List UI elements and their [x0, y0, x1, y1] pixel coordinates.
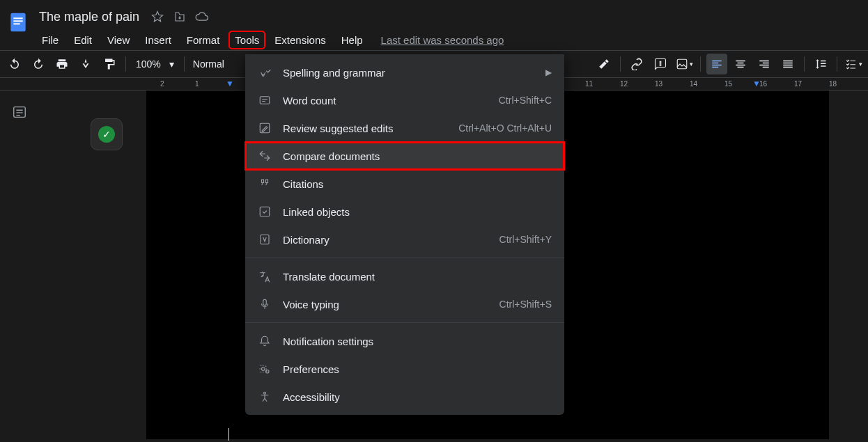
last-edit-link[interactable]: Last edit was seconds ago	[381, 34, 504, 46]
document-title[interactable]: The maple of pain	[36, 10, 142, 24]
menu-file[interactable]: File	[36, 31, 64, 49]
menu-dictionary[interactable]: Dictionary Ctrl+Shift+Y	[245, 226, 564, 253]
star-icon[interactable]	[150, 10, 164, 24]
svg-rect-8	[260, 207, 270, 216]
separator	[125, 56, 126, 72]
separator	[620, 56, 621, 72]
menu-label: Accessibility	[283, 391, 552, 403]
separator	[245, 258, 564, 258]
menu-label: Compare documents	[283, 150, 552, 162]
docs-logo[interactable]	[6, 7, 31, 38]
menu-notification[interactable]: Notification settings	[245, 327, 564, 355]
menu-shortcut: Ctrl+Shift+Y	[499, 234, 552, 245]
ruler-tick: 14	[690, 80, 697, 88]
menu-label: Word count	[283, 95, 488, 106]
svg-rect-10	[263, 299, 267, 305]
menu-shortcut: Ctrl+Shift+S	[499, 299, 552, 310]
ruler-tick: 16	[759, 80, 767, 88]
align-center-button[interactable]	[730, 54, 751, 74]
spellcheck-button[interactable]	[75, 54, 96, 74]
text-cursor	[228, 428, 229, 441]
menu-linked[interactable]: Linked objects	[245, 198, 564, 226]
review-icon	[258, 122, 272, 134]
menu-help[interactable]: Help	[336, 31, 369, 49]
menu-accessibility[interactable]: Accessibility	[245, 383, 564, 411]
menu-label: Dictionary	[283, 234, 488, 246]
svg-rect-9	[261, 235, 269, 244]
menu-label: Linked objects	[283, 206, 552, 218]
menu-citations[interactable]: Citations	[245, 170, 564, 198]
highlighter-button[interactable]	[594, 54, 614, 74]
translate-icon	[258, 270, 272, 283]
link-button[interactable]	[626, 54, 647, 74]
separator	[837, 56, 837, 72]
ruler-tick: 11	[585, 80, 593, 88]
paint-format-button[interactable]	[99, 54, 120, 74]
tools-dropdown: Spelling and grammar ▶ Word count Ctrl+S…	[245, 54, 564, 415]
checklist-button[interactable]: ▾	[843, 54, 864, 74]
menu-voice[interactable]: Voice typing Ctrl+Shift+S	[245, 290, 564, 318]
accessibility-icon	[258, 390, 272, 403]
menu-format[interactable]: Format	[181, 31, 226, 49]
zoom-select[interactable]: 100%▾	[132, 58, 178, 70]
svg-point-12	[264, 392, 266, 394]
svg-point-11	[262, 368, 265, 371]
spellcheck-icon	[258, 66, 272, 79]
menu-label: Translate document	[283, 271, 552, 283]
menu-extensions[interactable]: Extensions	[269, 31, 331, 49]
separator	[184, 56, 185, 72]
undo-button[interactable]	[4, 54, 25, 74]
ruler-tick: 2	[160, 80, 164, 88]
svg-rect-0	[10, 13, 25, 32]
dictionary-icon	[258, 233, 272, 246]
ruler-tick: 1	[195, 80, 199, 88]
line-spacing-button[interactable]	[810, 54, 831, 74]
menu-insert[interactable]: Insert	[139, 31, 177, 49]
menu-view[interactable]: View	[102, 31, 135, 49]
print-button[interactable]	[52, 54, 72, 74]
menu-shortcut: Ctrl+Alt+O Ctrl+Alt+U	[458, 123, 552, 134]
align-left-button[interactable]	[706, 54, 727, 74]
menu-label: Spelling and grammar	[283, 67, 534, 79]
comment-button[interactable]	[650, 54, 671, 74]
bell-icon	[258, 335, 272, 347]
menu-spelling[interactable]: Spelling and grammar ▶	[245, 58, 564, 86]
menu-compare[interactable]: Compare documents	[245, 142, 564, 170]
align-justify-button[interactable]	[777, 54, 798, 74]
move-icon[interactable]	[173, 10, 187, 24]
svg-rect-6	[260, 97, 270, 104]
mic-icon	[258, 298, 272, 310]
zoom-value: 100%	[136, 58, 161, 70]
ruler-tick: 17	[794, 80, 802, 88]
menu-shortcut: Ctrl+Shift+C	[499, 95, 552, 106]
approve-badge[interactable]: ✓	[91, 118, 123, 150]
menu-wordcount[interactable]: Word count Ctrl+Shift+C	[245, 86, 564, 114]
redo-button[interactable]	[28, 54, 49, 74]
separator	[804, 56, 805, 72]
menu-review[interactable]: Review suggested edits Ctrl+Alt+O Ctrl+A…	[245, 114, 564, 142]
menu-edit[interactable]: Edit	[68, 31, 98, 49]
menu-label: Voice typing	[283, 299, 488, 310]
align-right-button[interactable]	[754, 54, 775, 74]
ruler-tick: 12	[620, 80, 628, 88]
svg-rect-2	[13, 20, 22, 22]
menu-label: Preferences	[283, 363, 552, 375]
paragraph-style-select[interactable]: Normal	[190, 58, 227, 70]
compare-icon	[258, 150, 272, 162]
titlebar: The maple of pain File Edit View Insert …	[0, 0, 868, 50]
menu-tools[interactable]: Tools	[229, 31, 265, 49]
menu-label: Review suggested edits	[283, 123, 447, 134]
chevron-right-icon: ▶	[545, 68, 552, 77]
separator	[700, 56, 701, 72]
menubar: File Edit View Insert Format Tools Exten…	[36, 29, 862, 50]
menu-label: Notification settings	[283, 336, 552, 347]
image-button[interactable]: ▾	[674, 54, 695, 74]
ruler-tick: 18	[829, 80, 837, 88]
style-value: Normal	[193, 58, 224, 70]
menu-label: Citations	[283, 178, 552, 190]
cloud-icon[interactable]	[195, 10, 209, 24]
ruler-indent-marker[interactable]: ▼	[226, 79, 234, 88]
menu-translate[interactable]: Translate document	[245, 262, 564, 290]
outline-icon[interactable]	[12, 104, 27, 122]
menu-preferences[interactable]: Preferences	[245, 355, 564, 383]
